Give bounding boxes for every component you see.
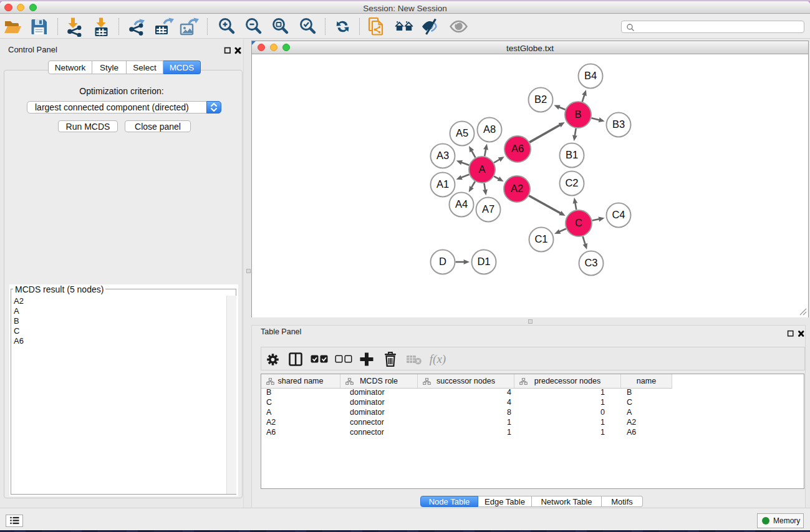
svg-text:C: C — [575, 217, 582, 228]
svg-text:A1: A1 — [436, 178, 449, 190]
svg-text:A: A — [478, 163, 485, 175]
svg-text:B: B — [574, 109, 581, 120]
svg-text:A5: A5 — [456, 127, 468, 138]
svg-text:C4: C4 — [612, 209, 625, 220]
svg-text:B4: B4 — [584, 70, 597, 81]
svg-text:C2: C2 — [565, 177, 578, 188]
svg-text:B3: B3 — [612, 118, 625, 130]
svg-text:B1: B1 — [566, 149, 578, 160]
svg-text:A3: A3 — [436, 150, 449, 161]
svg-text:A2: A2 — [511, 183, 523, 194]
svg-text:A8: A8 — [483, 123, 496, 135]
svg-text:A7: A7 — [482, 203, 494, 215]
svg-text:A4: A4 — [455, 198, 468, 210]
svg-text:C1: C1 — [534, 233, 547, 244]
svg-text:D1: D1 — [477, 256, 490, 267]
svg-text:A6: A6 — [511, 143, 524, 154]
svg-text:D: D — [439, 256, 446, 267]
svg-text:C3: C3 — [584, 257, 597, 268]
svg-text:B2: B2 — [534, 94, 547, 105]
